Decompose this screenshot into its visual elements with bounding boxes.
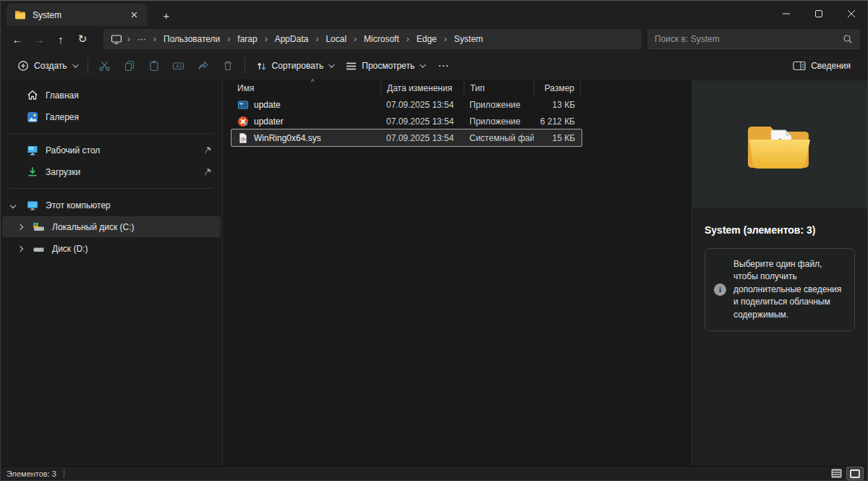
large-icons-view-button[interactable]	[847, 467, 863, 480]
chevron-right-icon: ›	[125, 34, 132, 44]
close-button[interactable]	[835, 1, 867, 26]
breadcrumb-item-microsoft[interactable]: Microsoft	[359, 32, 404, 46]
chevron-right-icon: ›	[225, 34, 232, 44]
file-size: 15 КБ	[534, 133, 581, 143]
window-controls	[770, 1, 867, 26]
new-tab-button[interactable]: +	[157, 7, 176, 24]
details-view-button[interactable]	[828, 467, 844, 480]
forward-button[interactable]: →	[28, 29, 50, 49]
column-header-name[interactable]: Имя	[231, 81, 380, 95]
column-header-date[interactable]: Дата изменения	[380, 81, 464, 95]
up-button[interactable]: ↑	[50, 29, 72, 49]
svg-text:A: A	[176, 63, 179, 69]
chevron-down-icon	[328, 61, 334, 67]
breadcrumb[interactable]: › ··· › Пользователи › farap › AppData ›…	[103, 29, 642, 49]
sidebar-item-disk-c[interactable]: Локальный диск (C:)	[2, 216, 221, 237]
view-button[interactable]: Просмотреть	[339, 56, 430, 75]
file-date: 07.09.2025 13:54	[380, 116, 464, 127]
status-bar: Элементов: 3	[1, 466, 867, 480]
sort-arrows-icon	[256, 61, 267, 72]
chevron-expand-icon[interactable]	[17, 224, 23, 229]
pin-icon	[204, 168, 212, 176]
breadcrumb-item-local[interactable]: Local	[320, 32, 352, 46]
sidebar-item-label: Галерея	[46, 112, 79, 122]
delete-button[interactable]	[216, 56, 240, 76]
items-count: Элементов: 3	[7, 469, 56, 478]
sidebar-item-this-pc[interactable]: Этот компьютер	[2, 195, 221, 216]
pin-icon	[204, 146, 212, 154]
chevron-expand-icon[interactable]	[10, 202, 16, 208]
chevron-down-icon	[420, 61, 425, 67]
sidebar-item-downloads[interactable]: Загрузки	[2, 161, 221, 182]
sidebar-divider	[9, 133, 213, 134]
file-name: update	[254, 100, 281, 110]
file-row-updater[interactable]: updater 07.09.2025 13:54 Приложение 6 21…	[231, 113, 582, 129]
breadcrumb-item-farap[interactable]: farap	[232, 32, 262, 46]
content-area: Главная Галерея Рабочий стол	[1, 80, 867, 466]
tab-title: System	[33, 10, 120, 20]
chevron-right-icon: ›	[263, 34, 270, 44]
breadcrumb-item-edge[interactable]: Edge	[412, 32, 442, 46]
sidebar-item-gallery[interactable]: Галерея	[2, 106, 221, 127]
refresh-button[interactable]: ↻	[72, 29, 93, 49]
sidebar-item-home[interactable]: Главная	[2, 85, 221, 106]
file-type: Системный файл	[464, 133, 534, 143]
chevron-right-icon: ›	[313, 34, 320, 44]
breadcrumb-item-system[interactable]: System	[449, 32, 488, 46]
rename-button[interactable]: A	[166, 56, 191, 76]
navigation-pane: Главная Галерея Рабочий стол	[1, 80, 223, 466]
view-lines-icon	[346, 61, 357, 71]
sidebar-item-disk-d[interactable]: Диск (D:)	[2, 238, 221, 259]
file-list: ^ Имя Дата изменения Тип Размер update 0…	[223, 80, 692, 466]
column-headers: ^ Имя Дата изменения Тип Размер	[231, 80, 692, 96]
share-button[interactable]	[191, 56, 216, 76]
file-date: 07.09.2025 13:54	[380, 100, 464, 110]
file-type: Приложение	[464, 100, 534, 110]
sidebar-item-label: Рабочий стол	[46, 145, 100, 156]
create-label: Создать	[34, 61, 67, 71]
create-button[interactable]: Создать	[11, 56, 83, 76]
maximize-button[interactable]	[802, 1, 835, 26]
tab-system[interactable]: System	[7, 4, 147, 26]
sidebar-item-desktop[interactable]: Рабочий стол	[2, 140, 221, 161]
cut-button[interactable]	[93, 56, 117, 76]
toolbar-divider	[88, 58, 88, 74]
details-pane: System (элементов: 3) i Выберите один фа…	[692, 80, 867, 466]
breadcrumb-overflow[interactable]: ···	[132, 32, 151, 46]
file-row-winring-selected[interactable]: WinRing0x64.sys 07.09.2025 13:54 Системн…	[231, 129, 582, 146]
sort-button[interactable]: Сортировать	[250, 56, 340, 76]
search-input[interactable]	[655, 34, 843, 44]
file-size: 13 КБ	[534, 100, 581, 110]
details-pane-icon	[793, 61, 806, 71]
tab-close-icon[interactable]	[127, 8, 141, 22]
download-icon	[27, 166, 38, 177]
search-box	[647, 29, 860, 49]
chevron-right-icon: ›	[404, 34, 412, 44]
details-title: System (элементов: 3)	[705, 224, 855, 236]
column-header-size[interactable]: Размер	[534, 81, 581, 95]
chevron-expand-icon[interactable]	[17, 245, 23, 251]
breadcrumb-item-users[interactable]: Пользователи	[158, 32, 225, 46]
file-row-update[interactable]: update 07.09.2025 13:54 Приложение 13 КБ	[231, 96, 582, 113]
back-button[interactable]: ←	[7, 29, 28, 49]
this-pc-icon	[111, 34, 122, 45]
file-name: WinRing0x64.sys	[254, 133, 321, 143]
paste-button[interactable]	[142, 56, 166, 76]
more-options-button[interactable]: ⋯	[430, 56, 456, 75]
application-icon	[237, 99, 249, 111]
details-pane-button[interactable]: Сведения	[786, 56, 857, 75]
desktop-icon	[27, 145, 38, 156]
folder-icon	[14, 10, 26, 20]
copy-button[interactable]	[117, 56, 142, 76]
address-bar: ← → ↑ ↻ › ··· › Пользователи › farap › A…	[1, 26, 867, 52]
minimize-button[interactable]	[770, 1, 802, 26]
sidebar-divider	[9, 188, 213, 189]
plus-circle-icon	[17, 60, 29, 72]
column-header-type[interactable]: Тип	[464, 81, 534, 95]
chevron-right-icon: ›	[352, 34, 359, 44]
breadcrumb-item-appdata[interactable]: AppData	[270, 32, 314, 46]
gallery-icon	[27, 111, 38, 123]
command-bar: Создать A Сортировать	[1, 52, 867, 80]
sidebar-item-label: Главная	[46, 90, 79, 101]
chevron-down-icon	[72, 61, 78, 67]
